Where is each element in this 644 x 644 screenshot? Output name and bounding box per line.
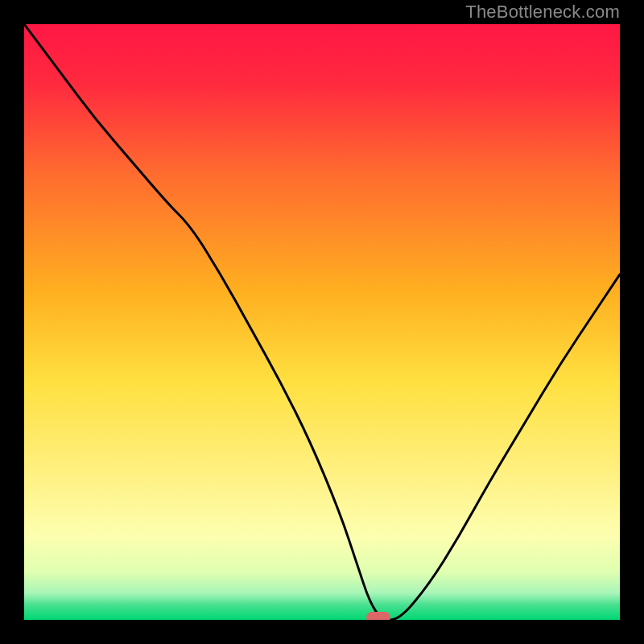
chart-frame: TheBottleneck.com <box>0 0 644 644</box>
plot-area <box>24 24 620 620</box>
bottleneck-curve <box>24 24 620 620</box>
watermark-text: TheBottleneck.com <box>465 2 620 23</box>
optimum-marker <box>366 612 390 620</box>
